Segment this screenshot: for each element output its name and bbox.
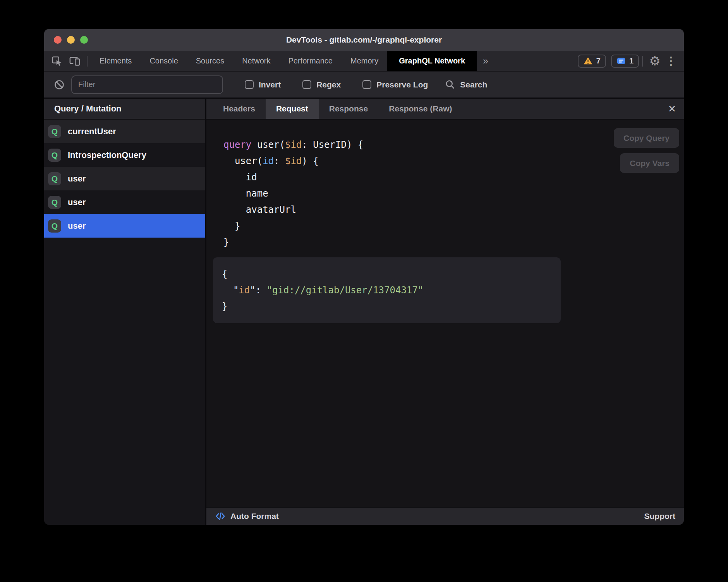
query-list-item-1-introspectionquery[interactable]: QIntrospectionQuery xyxy=(44,143,205,167)
tab-bar-right: 7 1 ⚙ ⋮ xyxy=(573,51,684,71)
code-line: name xyxy=(223,185,363,202)
checkbox-box xyxy=(245,80,254,89)
query-list-item-3-user[interactable]: Quser xyxy=(44,190,205,214)
tab-performance[interactable]: Performance xyxy=(280,51,342,71)
copy-buttons: Copy Query Copy Vars xyxy=(614,128,679,173)
close-panel-icon[interactable]: ✕ xyxy=(668,99,676,119)
checkbox-box xyxy=(302,80,311,89)
message-icon xyxy=(616,56,626,66)
footer-bar: Auto Format Support xyxy=(206,507,684,525)
checkbox-label: Invert xyxy=(259,80,281,89)
more-tabs-chevron[interactable]: » xyxy=(477,55,494,67)
request-body: Copy Query Copy Vars query user($id: Use… xyxy=(206,120,684,507)
settings-gear-icon[interactable]: ⚙ xyxy=(646,51,664,71)
code-line: "id": "gid://gitlab/User/13704317" xyxy=(222,282,561,298)
request-tab-strip: HeadersRequestResponseResponse (Raw) ✕ xyxy=(206,99,684,120)
close-window-button[interactable] xyxy=(54,36,62,44)
variables-json: { "id": "gid://gitlab/User/13704317"} xyxy=(222,266,561,315)
issue-count: 1 xyxy=(629,56,634,65)
main-content: Query / Mutation QcurrentUserQIntrospect… xyxy=(44,99,684,525)
request-panel: HeadersRequestResponseResponse (Raw) ✕ C… xyxy=(206,99,684,525)
auto-format-button[interactable]: Auto Format xyxy=(215,511,279,522)
minimize-window-button[interactable] xyxy=(67,36,75,44)
variables-box: { "id": "gid://gitlab/User/13704317"} xyxy=(213,257,561,323)
sidebar: Query / Mutation QcurrentUserQIntrospect… xyxy=(44,99,206,525)
query-type-badge: Q xyxy=(48,149,61,162)
query-list-item-0-currentuser[interactable]: QcurrentUser xyxy=(44,120,205,143)
title-bar: DevTools - gitlab.com/-/graphql-explorer xyxy=(44,29,684,51)
tab-console[interactable]: Console xyxy=(141,51,187,71)
tab-network[interactable]: Network xyxy=(233,51,279,71)
request-tab-response[interactable]: Response xyxy=(319,99,378,119)
copy-vars-button[interactable]: Copy Vars xyxy=(620,153,679,173)
request-tab-list: HeadersRequestResponseResponse (Raw) xyxy=(213,99,463,119)
tab-memory[interactable]: Memory xyxy=(342,51,387,71)
filter-bar: Invert Regex Preserve Log Search xyxy=(44,71,684,99)
issues-badge[interactable]: 1 xyxy=(611,55,639,68)
search-button[interactable]: Search xyxy=(445,79,487,90)
query-name: user xyxy=(68,174,86,184)
auto-format-label: Auto Format xyxy=(230,512,279,521)
tab-elements[interactable]: Elements xyxy=(91,51,141,71)
warnings-badge[interactable]: 7 xyxy=(578,55,606,68)
warning-count: 7 xyxy=(596,56,601,65)
code-line: query user($id: UserID) { xyxy=(223,137,363,153)
filter-input[interactable] xyxy=(71,75,223,94)
traffic-lights xyxy=(54,29,88,51)
query-name: user xyxy=(68,197,86,207)
code-line: } xyxy=(222,298,561,315)
query-name: currentUser xyxy=(68,127,116,137)
block-icon xyxy=(54,79,65,90)
devtools-window: DevTools - gitlab.com/-/graphql-explorer… xyxy=(44,29,684,525)
query-list: QcurrentUserQIntrospectionQueryQuserQuse… xyxy=(44,120,205,238)
tab-sources[interactable]: Sources xyxy=(187,51,233,71)
request-tab-response-raw[interactable]: Response (Raw) xyxy=(378,99,462,119)
sidebar-header: Query / Mutation xyxy=(44,99,205,120)
preserve-log-checkbox[interactable]: Preserve Log xyxy=(362,80,428,89)
code-line: avatarUrl xyxy=(223,202,363,218)
checkbox-label: Regex xyxy=(316,80,341,89)
query-list-item-2-user[interactable]: Quser xyxy=(44,167,205,190)
query-type-badge: Q xyxy=(48,196,61,209)
tab-graphql-network[interactable]: GraphQL Network xyxy=(387,51,477,71)
copy-query-button[interactable]: Copy Query xyxy=(614,128,679,148)
query-type-badge: Q xyxy=(48,172,61,185)
toolbar-divider xyxy=(642,56,643,67)
device-toolbar-icon xyxy=(69,55,81,67)
query-type-badge: Q xyxy=(48,219,61,233)
code-brackets-icon xyxy=(215,511,226,522)
toolbar-divider xyxy=(87,56,88,67)
maximize-window-button[interactable] xyxy=(80,36,88,44)
code-line: user(id: $id) { xyxy=(223,153,363,169)
support-link[interactable]: Support xyxy=(644,512,675,521)
kebab-menu-icon[interactable]: ⋮ xyxy=(664,51,678,71)
request-tab-headers[interactable]: Headers xyxy=(213,99,266,119)
devtools-tabs: ElementsConsoleSourcesNetworkPerformance… xyxy=(91,51,477,71)
clear-filter-button[interactable] xyxy=(50,72,68,98)
device-toolbar-button[interactable] xyxy=(66,51,84,71)
invert-checkbox[interactable]: Invert xyxy=(245,80,281,89)
warning-triangle-icon xyxy=(583,56,593,66)
regex-checkbox[interactable]: Regex xyxy=(302,80,341,89)
query-type-badge: Q xyxy=(48,125,61,138)
code-line: } xyxy=(223,234,363,250)
inspect-cursor-icon xyxy=(51,55,63,67)
search-label: Search xyxy=(460,80,487,89)
graphql-query-code: query user($id: UserID) { user(id: $id) … xyxy=(223,137,363,250)
code-line: id xyxy=(223,169,363,185)
query-name: user xyxy=(68,221,86,231)
checkbox-box xyxy=(362,80,371,89)
code-line: { xyxy=(222,266,561,282)
search-icon xyxy=(445,79,455,90)
devtools-tab-bar: ElementsConsoleSourcesNetworkPerformance… xyxy=(44,51,684,71)
request-tab-request[interactable]: Request xyxy=(266,99,319,119)
query-list-item-4-user[interactable]: Quser xyxy=(44,214,205,238)
inspect-element-button[interactable] xyxy=(48,51,66,71)
query-name: IntrospectionQuery xyxy=(68,150,146,160)
checkbox-label: Preserve Log xyxy=(376,80,428,89)
window-title: DevTools - gitlab.com/-/graphql-explorer xyxy=(286,35,442,45)
code-line: } xyxy=(223,218,363,234)
